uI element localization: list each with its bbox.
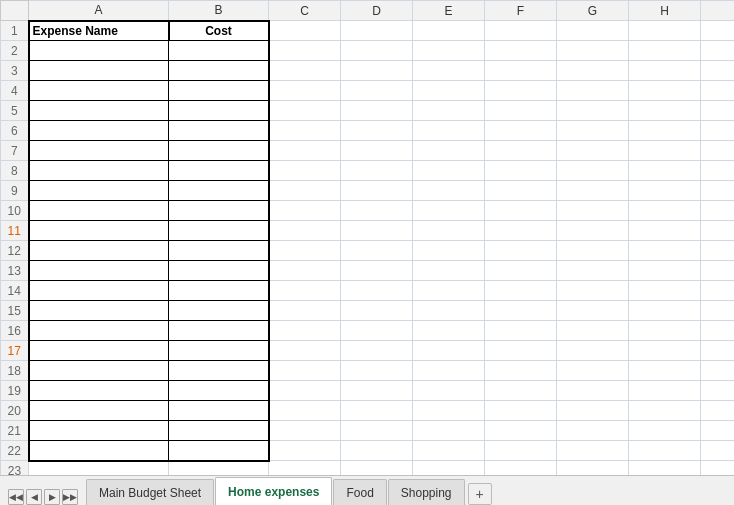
cell-d13[interactable] [341, 261, 413, 281]
tab-nav-first[interactable]: ◀◀ [8, 489, 24, 505]
cell-b21[interactable] [169, 421, 269, 441]
tab-home-expenses[interactable]: Home expenses [215, 477, 332, 505]
cell-d16[interactable] [341, 321, 413, 341]
cell-d17[interactable] [341, 341, 413, 361]
cell-h2[interactable] [629, 41, 701, 61]
cell-h16[interactable] [629, 321, 701, 341]
cell-g11[interactable] [557, 221, 629, 241]
cell-c3[interactable] [269, 61, 341, 81]
cell-e23[interactable] [413, 461, 485, 476]
cell-e22[interactable] [413, 441, 485, 461]
cell-b12[interactable] [169, 241, 269, 261]
cell-a15[interactable] [29, 301, 169, 321]
cell-i20[interactable] [701, 401, 735, 421]
cell-b17[interactable] [169, 341, 269, 361]
cell-i4[interactable] [701, 81, 735, 101]
cell-c12[interactable] [269, 241, 341, 261]
cell-c8[interactable] [269, 161, 341, 181]
cell-d8[interactable] [341, 161, 413, 181]
cell-e2[interactable] [413, 41, 485, 61]
cell-c19[interactable] [269, 381, 341, 401]
cell-d18[interactable] [341, 361, 413, 381]
cell-h22[interactable] [629, 441, 701, 461]
cell-e13[interactable] [413, 261, 485, 281]
cell-a3[interactable] [29, 61, 169, 81]
cell-f23[interactable] [485, 461, 557, 476]
cell-h21[interactable] [629, 421, 701, 441]
cell-h1[interactable] [629, 21, 701, 41]
cell-g5[interactable] [557, 101, 629, 121]
cell-d2[interactable] [341, 41, 413, 61]
cell-g1[interactable] [557, 21, 629, 41]
cell-c7[interactable] [269, 141, 341, 161]
cell-f1[interactable] [485, 21, 557, 41]
cell-h7[interactable] [629, 141, 701, 161]
cell-c22[interactable] [269, 441, 341, 461]
cell-h12[interactable] [629, 241, 701, 261]
cell-b5[interactable] [169, 101, 269, 121]
cell-c15[interactable] [269, 301, 341, 321]
cell-i16[interactable] [701, 321, 735, 341]
cell-g17[interactable] [557, 341, 629, 361]
cell-a8[interactable] [29, 161, 169, 181]
cell-i3[interactable] [701, 61, 735, 81]
cell-f9[interactable] [485, 181, 557, 201]
cell-h6[interactable] [629, 121, 701, 141]
cell-i5[interactable] [701, 101, 735, 121]
cell-c17[interactable] [269, 341, 341, 361]
cell-h15[interactable] [629, 301, 701, 321]
cell-c1[interactable] [269, 21, 341, 41]
cell-e21[interactable] [413, 421, 485, 441]
cell-h18[interactable] [629, 361, 701, 381]
cell-i15[interactable] [701, 301, 735, 321]
cell-b4[interactable] [169, 81, 269, 101]
cell-g15[interactable] [557, 301, 629, 321]
cell-f18[interactable] [485, 361, 557, 381]
cell-c18[interactable] [269, 361, 341, 381]
cell-f15[interactable] [485, 301, 557, 321]
cell-g14[interactable] [557, 281, 629, 301]
cell-a13[interactable] [29, 261, 169, 281]
cell-g9[interactable] [557, 181, 629, 201]
cell-c13[interactable] [269, 261, 341, 281]
cell-d9[interactable] [341, 181, 413, 201]
cell-a11[interactable] [29, 221, 169, 241]
cell-e3[interactable] [413, 61, 485, 81]
cell-a7[interactable] [29, 141, 169, 161]
cell-i1[interactable] [701, 21, 735, 41]
cell-h11[interactable] [629, 221, 701, 241]
cell-g13[interactable] [557, 261, 629, 281]
cell-a12[interactable] [29, 241, 169, 261]
cell-f20[interactable] [485, 401, 557, 421]
cell-h20[interactable] [629, 401, 701, 421]
cell-i19[interactable] [701, 381, 735, 401]
cell-a2[interactable] [29, 41, 169, 61]
cell-a16[interactable] [29, 321, 169, 341]
cell-i9[interactable] [701, 181, 735, 201]
cell-g2[interactable] [557, 41, 629, 61]
tab-main-budget-sheet[interactable]: Main Budget Sheet [86, 479, 214, 505]
cell-c2[interactable] [269, 41, 341, 61]
cell-b10[interactable] [169, 201, 269, 221]
cell-g18[interactable] [557, 361, 629, 381]
cell-e10[interactable] [413, 201, 485, 221]
cell-g16[interactable] [557, 321, 629, 341]
cell-b22[interactable] [169, 441, 269, 461]
cell-g19[interactable] [557, 381, 629, 401]
tab-shopping[interactable]: Shopping [388, 479, 465, 505]
cell-e12[interactable] [413, 241, 485, 261]
cell-e20[interactable] [413, 401, 485, 421]
cell-c9[interactable] [269, 181, 341, 201]
cell-g7[interactable] [557, 141, 629, 161]
cell-c10[interactable] [269, 201, 341, 221]
cell-g12[interactable] [557, 241, 629, 261]
cell-a6[interactable] [29, 121, 169, 141]
cell-i18[interactable] [701, 361, 735, 381]
cell-d15[interactable] [341, 301, 413, 321]
cell-b14[interactable] [169, 281, 269, 301]
cell-g22[interactable] [557, 441, 629, 461]
cell-g3[interactable] [557, 61, 629, 81]
cell-f16[interactable] [485, 321, 557, 341]
cell-i6[interactable] [701, 121, 735, 141]
cell-a5[interactable] [29, 101, 169, 121]
